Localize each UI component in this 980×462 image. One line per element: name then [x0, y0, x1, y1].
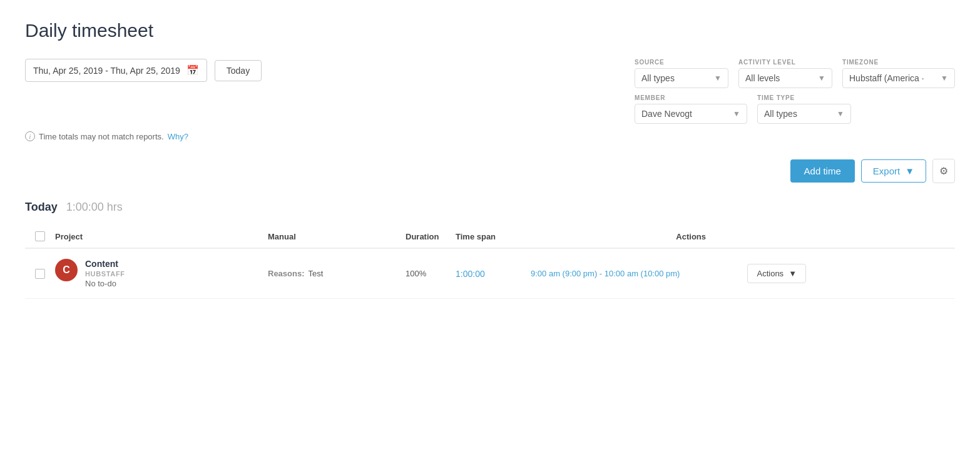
section-title: Today	[25, 201, 58, 214]
row-checkbox[interactable]	[35, 269, 45, 279]
select-all-checkbox[interactable]	[35, 231, 45, 241]
export-label: Export	[873, 166, 900, 176]
reasons-label: Reasons:	[268, 269, 305, 278]
info-icon: i	[25, 131, 35, 141]
timezone-value: Hubstaff (America ·	[849, 73, 924, 83]
project-name: Content	[85, 259, 125, 269]
project-todo: No to-do	[85, 279, 125, 288]
manual-percent-cell: 100%	[406, 269, 456, 278]
time-type-value: All types	[764, 109, 797, 119]
project-column-header: Project	[55, 232, 268, 241]
source-chevron-icon: ▼	[714, 74, 722, 83]
select-all-cell	[25, 231, 55, 241]
info-row: i Time totals may not match reports. Why…	[25, 131, 955, 141]
actions-column-header: Actions	[531, 232, 718, 241]
calendar-icon: 📅	[186, 64, 199, 76]
timezone-label: TIMEZONE	[842, 59, 955, 66]
row-checkbox-cell	[25, 269, 55, 279]
export-button[interactable]: Export ▼	[861, 159, 926, 183]
time-type-label: TIME TYPE	[757, 94, 851, 101]
gear-icon: ⚙	[939, 165, 948, 177]
project-info: Content HUBSTAFF No to-do	[85, 259, 125, 288]
member-filter-group: MEMBER Dave Nevogt ▼	[635, 94, 747, 124]
activity-level-chevron-icon: ▼	[818, 74, 825, 83]
duration-column-header: Duration	[406, 232, 456, 241]
left-controls: Thu, Apr 25, 2019 - Thu, Apr 25, 2019 📅 …	[25, 59, 262, 82]
top-row: Thu, Apr 25, 2019 - Thu, Apr 25, 2019 📅 …	[25, 59, 955, 124]
filters-row-2: MEMBER Dave Nevogt ▼ TIME TYPE All types…	[635, 94, 851, 124]
actions-button[interactable]: Actions ▼	[747, 264, 806, 283]
member-select[interactable]: Dave Nevogt ▼	[635, 104, 747, 124]
manual-percent: 100%	[406, 269, 426, 278]
timezone-select[interactable]: Hubstaff (America · ▼	[842, 68, 955, 88]
timespan-cell: 9:00 am (9:00 pm) - 10:00 am (10:00 pm)	[531, 269, 718, 278]
activity-level-label: ACTIVITY LEVEL	[738, 59, 832, 66]
section-total: 1:00:00 hrs	[66, 201, 123, 214]
timesheet-table: Project Manual Duration Time span Action…	[25, 225, 955, 299]
member-label: MEMBER	[635, 94, 747, 101]
avatar: C	[55, 259, 78, 281]
date-range-picker[interactable]: Thu, Apr 25, 2019 - Thu, Apr 25, 2019 📅	[25, 59, 207, 82]
why-link[interactable]: Why?	[168, 132, 188, 141]
timezone-filter-group: TIMEZONE Hubstaff (America · ▼	[842, 59, 955, 88]
date-range-text: Thu, Apr 25, 2019 - Thu, Apr 25, 2019	[33, 66, 180, 76]
manual-cell: Reasons: Test	[268, 269, 406, 278]
reasons-value: Test	[309, 269, 324, 278]
source-label: SOURCE	[635, 59, 728, 66]
export-chevron-icon: ▼	[905, 166, 914, 176]
actions-label: Actions	[757, 269, 783, 278]
source-filter-group: SOURCE All types ▼	[635, 59, 728, 88]
manual-column-header: Manual	[268, 232, 406, 241]
timespan-value: 9:00 am (9:00 pm) - 10:00 am (10:00 pm)	[531, 269, 680, 278]
page-title: Daily timesheet	[25, 20, 955, 41]
section-header: Today 1:00:00 hrs	[25, 201, 955, 214]
member-value: Dave Nevogt	[641, 109, 692, 119]
time-type-filter-group: TIME TYPE All types ▼	[757, 94, 851, 124]
today-button[interactable]: Today	[215, 60, 262, 81]
activity-level-filter-group: ACTIVITY LEVEL All levels ▼	[738, 59, 832, 88]
add-time-button[interactable]: Add time	[790, 159, 855, 183]
duration-cell: 1:00:00	[456, 269, 531, 279]
filters-row-1: SOURCE All types ▼ ACTIVITY LEVEL All le…	[635, 59, 955, 88]
time-type-select[interactable]: All types ▼	[757, 104, 851, 124]
member-chevron-icon: ▼	[733, 109, 740, 118]
filters-panel: SOURCE All types ▼ ACTIVITY LEVEL All le…	[635, 59, 955, 124]
project-cell: C Content HUBSTAFF No to-do	[55, 259, 268, 288]
duration-value: 1:00:00	[456, 269, 485, 279]
table-header: Project Manual Duration Time span Action…	[25, 225, 955, 249]
page-container: Daily timesheet Thu, Apr 25, 2019 - Thu,…	[0, 0, 980, 319]
time-type-chevron-icon: ▼	[837, 109, 844, 118]
settings-button[interactable]: ⚙	[932, 159, 955, 183]
info-text: Time totals may not match reports.	[39, 132, 164, 141]
timezone-chevron-icon: ▼	[941, 74, 948, 83]
actions-cell: Actions ▼	[718, 264, 806, 283]
actions-chevron-icon: ▼	[789, 269, 797, 278]
timespan-column-header: Time span	[456, 232, 531, 241]
action-row: Add time Export ▼ ⚙	[25, 159, 955, 183]
source-value: All types	[641, 73, 675, 83]
activity-level-value: All levels	[745, 73, 780, 83]
activity-level-select[interactable]: All levels ▼	[738, 68, 832, 88]
project-sub: HUBSTAFF	[85, 270, 125, 278]
table-row: C Content HUBSTAFF No to-do Reasons: Tes…	[25, 249, 955, 299]
source-select[interactable]: All types ▼	[635, 68, 728, 88]
